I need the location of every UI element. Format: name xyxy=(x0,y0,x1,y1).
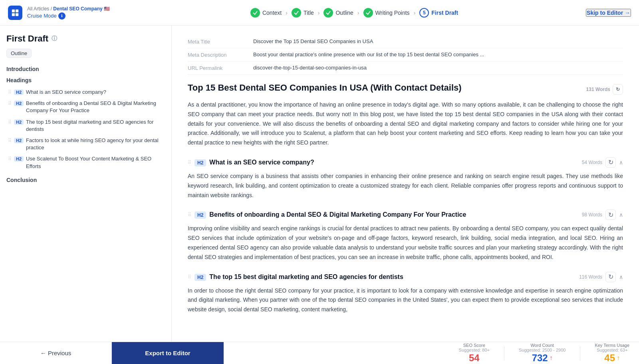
meta-title-label: Meta Title xyxy=(188,38,244,45)
step-context[interactable]: Context xyxy=(250,8,282,18)
section-header-left: ⠿ H2 Benefits of onboarding a Dental SEO… xyxy=(188,211,466,219)
seo-score-stat: SEO Score Suggested: 80+ 54 xyxy=(459,343,490,364)
drag-handle-icon: ⠿ xyxy=(8,138,12,143)
meta-desc-row: Meta Description Boost your dental pract… xyxy=(188,48,623,61)
url-label: URL Permalink xyxy=(188,65,244,71)
sidebar-heading-item[interactable]: ⠿ H2 What is an SEO service company? xyxy=(6,87,165,98)
heading-text: Factors to look at while hiring SEO agen… xyxy=(26,137,163,151)
sidebar: First Draft ⓘ Outline Introduction Headi… xyxy=(0,26,172,342)
section-refresh-button[interactable]: ↻ xyxy=(605,272,616,282)
step-arrow-3: › xyxy=(357,10,359,16)
step-writing-points[interactable]: Writing Points xyxy=(363,8,410,18)
section-header: ⠿ H2 Benefits of onboarding a Dental SEO… xyxy=(188,210,623,220)
section-word-count: 54 Words xyxy=(582,160,602,165)
heading-text: Benefits of onboarding a Dental SEO & Di… xyxy=(26,100,163,114)
main-layout: First Draft ⓘ Outline Introduction Headi… xyxy=(0,26,639,342)
step-outline[interactable]: Outline xyxy=(323,8,353,18)
collapse-button[interactable]: ∧ xyxy=(619,274,623,280)
stat-divider-2 xyxy=(580,346,580,360)
collapse-button[interactable]: ∧ xyxy=(619,159,623,166)
section-title: What is an SEO service company? xyxy=(209,159,314,166)
collapse-button[interactable]: ∧ xyxy=(619,212,623,218)
main-word-count: 131 Words ↻ xyxy=(586,84,623,95)
section-header-left: ⠿ H2 The top 15 best digital marketing a… xyxy=(188,273,403,281)
section-badge: H2 xyxy=(194,159,206,166)
section-refresh-button[interactable]: ↻ xyxy=(605,210,616,220)
section-drag-handle-icon: ⠿ xyxy=(188,212,191,218)
key-terms-value-row: 45 ↑ xyxy=(604,352,620,364)
section-refresh-button[interactable]: ↻ xyxy=(605,157,616,168)
section-badge: H2 xyxy=(194,212,206,219)
section-header: ⠿ H2 What is an SEO service company? 54 … xyxy=(188,157,623,168)
sidebar-heading-item[interactable]: ⠿ H2 Benefits of onboarding a Dental SEO… xyxy=(6,98,165,116)
main-refresh-button[interactable]: ↻ xyxy=(613,84,623,95)
stats-area: SEO Score Suggested: 80+ 54 Word Count S… xyxy=(224,343,639,364)
section-meta: 116 Words ↻ ∧ xyxy=(579,272,623,282)
step-arrow-1: › xyxy=(286,10,288,16)
content-sections: ⠿ H2 What is an SEO service company? 54 … xyxy=(188,157,623,315)
step-check-icon xyxy=(363,8,373,18)
url-permalink-row: URL Permalink discover-the-top-15-dental… xyxy=(188,61,623,75)
sidebar-heading-item[interactable]: ⠿ H2 Use Scalenut To Boost Your Content … xyxy=(6,153,165,172)
drag-handle-icon: ⠿ xyxy=(8,119,12,125)
url-value: discover-the-top-15-dental-seo-companies… xyxy=(253,65,623,71)
headings-label: Headings xyxy=(6,77,165,83)
section-word-count: 116 Words xyxy=(579,274,602,280)
content-section: ⠿ H2 Benefits of onboarding a Dental SEO… xyxy=(188,210,623,262)
export-to-editor-button[interactable]: Export to Editor xyxy=(112,342,224,364)
sidebar-heading-item[interactable]: ⠿ H2 The top 15 best digital marketing a… xyxy=(6,117,165,135)
section-text: An SEO service company is a business tha… xyxy=(188,172,623,200)
word-count-arrow-icon: ↑ xyxy=(550,354,553,362)
previous-button[interactable]: ← Previous xyxy=(0,342,112,364)
word-count-label: Word Count xyxy=(530,343,554,348)
section-text: In order to choose the right dental SEO … xyxy=(188,286,623,315)
drag-handle-icon: ⠿ xyxy=(8,156,12,162)
meta-title-value: Discover the Top 15 Dental SEO Companies… xyxy=(253,38,623,44)
section-header: ⠿ H2 The top 15 best digital marketing a… xyxy=(188,272,623,282)
skip-to-editor-button[interactable]: Skip to Editor → xyxy=(586,9,631,17)
heading-text: What is an SEO service company? xyxy=(26,89,106,96)
step-arrow-4: › xyxy=(414,10,416,16)
conclusion-label: Conclusion xyxy=(6,177,165,183)
seo-score-value: 54 xyxy=(469,352,480,364)
bottom-bar: ← Previous Export to Editor SEO Score Su… xyxy=(0,342,639,364)
sidebar-title: First Draft ⓘ xyxy=(6,34,165,44)
section-meta: 98 Words ↻ ∧ xyxy=(582,210,623,220)
section-header-left: ⠿ H2 What is an SEO service company? xyxy=(188,158,314,166)
heading-text: Use Scalenut To Boost Your Content Marke… xyxy=(26,155,163,170)
content-section: ⠿ H2 What is an SEO service company? 54 … xyxy=(188,157,623,200)
key-terms-sub: Suggested: 63+ xyxy=(597,348,627,352)
key-terms-label: Key Terms Usage xyxy=(595,343,629,348)
logo-area: All Articles / Dental SEO Company 🇺🇸 Cru… xyxy=(8,6,123,20)
sidebar-headings-list: ⠿ H2 What is an SEO service company? ⠿ H… xyxy=(6,87,165,172)
introduction-label: Introduction xyxy=(6,66,165,72)
content-area: Meta Title Discover the Top 15 Dental SE… xyxy=(172,26,639,342)
key-terms-stat: Key Terms Usage Suggested: 63+ 45 ↑ xyxy=(595,343,629,364)
section-drag-handle-icon: ⠿ xyxy=(188,274,191,280)
meta-desc-label: Meta Description xyxy=(188,51,244,58)
sidebar-heading-item[interactable]: ⠿ H2 Factors to look at while hiring SEO… xyxy=(6,135,165,153)
word-count-stat: Word Count Suggested: 2500 - 2900 732 ↑ xyxy=(519,343,566,364)
step-first-draft[interactable]: 5 First Draft xyxy=(419,8,458,18)
cruise-mode-button[interactable]: Cruise Mode ℹ xyxy=(27,12,110,20)
h2-badge: H2 xyxy=(14,138,24,143)
main-heading-block: Top 15 Best Dental SEO Companies In USA … xyxy=(188,83,623,95)
section-drag-handle-icon: ⠿ xyxy=(188,160,191,165)
h2-badge: H2 xyxy=(14,156,24,162)
svg-rect-3 xyxy=(16,13,18,16)
outline-badge[interactable]: Outline xyxy=(6,49,32,58)
meta-title-row: Meta Title Discover the Top 15 Dental SE… xyxy=(188,35,623,48)
progress-stepper: Context › Title › Outline › Writing Poin… xyxy=(123,8,586,18)
step-check-icon xyxy=(250,8,260,18)
step-title[interactable]: Title xyxy=(292,8,314,18)
section-word-count: 98 Words xyxy=(582,212,602,218)
step-check-icon xyxy=(292,8,301,18)
step-arrow-2: › xyxy=(318,10,320,16)
key-terms-value: 45 xyxy=(604,352,615,364)
section-badge: H2 xyxy=(194,274,206,281)
drag-handle-icon: ⠿ xyxy=(8,101,12,106)
step-number: 5 xyxy=(419,8,429,18)
h2-badge: H2 xyxy=(14,119,24,125)
drag-handle-icon: ⠿ xyxy=(8,89,12,95)
intro-paragraph: As a dental practitioner, you know the i… xyxy=(188,100,623,148)
